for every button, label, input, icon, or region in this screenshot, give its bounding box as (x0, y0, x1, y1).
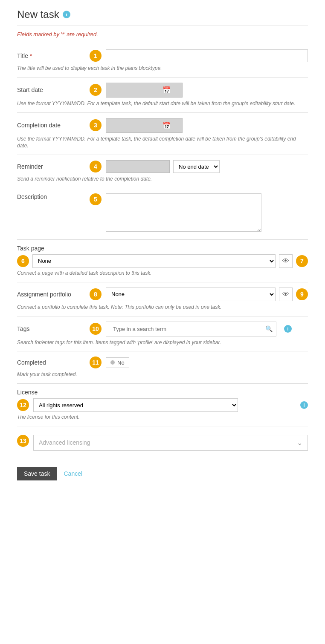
tags-search-wrapper: 🔍 (106, 322, 276, 336)
start-date-input[interactable] (109, 85, 160, 95)
assignment-portfolio-help: Connect a portfolio to complete this tas… (17, 304, 308, 311)
step-badge-9: 9 (296, 288, 308, 300)
tags-info-icon[interactable]: i (284, 325, 292, 333)
cancel-button[interactable]: Cancel (64, 470, 82, 477)
assignment-portfolio-section: Assignment portfolio 8 None 👁 9 Connect … (17, 282, 308, 316)
reminder-section: Reminder 4 No end date Send a reminder n… (17, 155, 308, 188)
step-badge-12: 12 (17, 399, 29, 411)
step-badge-7: 7 (296, 255, 308, 267)
task-page-section: Task page 6 None 👁 7 Connect a page with… (17, 240, 308, 282)
advanced-licensing-toggle[interactable]: Advanced licensing ⌄ (33, 435, 308, 451)
start-date-help: Use the format YYYY/MM/DD. For a templat… (17, 100, 308, 107)
task-page-label: Task page (17, 245, 308, 252)
completed-toggle-label: No (117, 359, 125, 366)
completion-date-section: Completion date 3 📅 Use the format YYYY/… (17, 113, 308, 155)
step-badge-10: 10 (90, 323, 102, 335)
reminder-input-box[interactable] (106, 160, 170, 173)
license-label: License (17, 389, 308, 396)
completion-date-row: Completion date 3 📅 (17, 118, 308, 133)
reminder-controls: No end date (106, 160, 220, 173)
step-badge-13: 13 (17, 435, 29, 447)
title-input[interactable] (106, 49, 308, 62)
completion-date-input[interactable] (109, 120, 160, 131)
description-label: Description (17, 193, 85, 200)
description-textarea[interactable] (106, 193, 261, 232)
license-help: The license for this content. (17, 414, 308, 421)
completed-section: Completed 11 No Mark your task completed… (17, 351, 308, 384)
step-badge-3: 3 (90, 119, 102, 131)
page-header: New task i (17, 9, 308, 20)
description-section: Description 5 (17, 188, 308, 240)
step-badge-6: 6 (17, 255, 29, 267)
start-date-section: Start date 2 📅 Use the format YYYY/MM/DD… (17, 78, 308, 113)
completion-date-label: Completion date (17, 122, 85, 129)
completed-label: Completed (17, 359, 85, 366)
reminder-help: Send a reminder notification relative to… (17, 175, 308, 183)
search-icon: 🔍 (265, 325, 273, 332)
title-row: Title * 1 (17, 49, 308, 62)
toggle-dot (110, 360, 115, 365)
tags-help: Search for/enter tags for this item. Ite… (17, 339, 308, 346)
completion-date-help: Use the format YYYY/MM/DD. For a templat… (17, 135, 308, 150)
assignment-portfolio-row: Assignment portfolio 8 None 👁 9 (17, 288, 308, 301)
reminder-label: Reminder (17, 163, 85, 170)
task-page-eye-button[interactable]: 👁 (279, 254, 293, 268)
license-section: License 12 All rights reserved Creative … (17, 384, 308, 426)
tags-search-input[interactable] (110, 324, 265, 334)
tags-label: Tags (17, 325, 85, 332)
step-badge-1: 1 (90, 50, 102, 62)
start-date-row: Start date 2 📅 (17, 83, 308, 98)
page-title: New task (17, 9, 59, 20)
advanced-licensing-row: 13 Advanced licensing ⌄ (17, 431, 308, 451)
completion-date-input-wrapper: 📅 (106, 118, 183, 133)
title-label: Title * (17, 52, 85, 59)
advanced-licensing-section: 13 Advanced licensing ⌄ (17, 426, 308, 458)
start-date-input-wrapper: 📅 (106, 83, 183, 98)
start-date-label: Start date (17, 86, 85, 93)
assignment-controls: None 👁 9 (106, 288, 308, 301)
chevron-down-icon: ⌄ (297, 439, 302, 447)
title-required-star: * (30, 52, 32, 59)
license-row: 12 All rights reserved Creative Commons … (17, 398, 308, 412)
advanced-licensing-label: Advanced licensing (39, 439, 90, 446)
step-badge-8: 8 (90, 288, 102, 300)
assignment-portfolio-label: Assignment portfolio (17, 291, 85, 298)
completed-toggle-button[interactable]: No (106, 357, 129, 368)
buttons-row: Save task Cancel (17, 467, 308, 480)
step-badge-11: 11 (90, 356, 102, 368)
task-page-help: Connect a page with a detailed task desc… (17, 270, 308, 277)
license-select[interactable]: All rights reserved Creative Commons Pub… (33, 398, 238, 412)
completion-date-calendar-icon[interactable]: 📅 (162, 121, 171, 129)
completed-help: Mark your task completed. (17, 371, 308, 378)
required-note: Fields marked by '*' are required. (17, 31, 308, 37)
task-page-row: 6 None 👁 7 (17, 254, 308, 268)
license-info-icon[interactable]: i (300, 401, 308, 409)
reminder-row: Reminder 4 No end date (17, 160, 308, 173)
step-badge-2: 2 (90, 84, 102, 96)
step-badge-4: 4 (90, 161, 102, 172)
tags-row: Tags 10 🔍 i (17, 322, 308, 336)
page-container: New task i Fields marked by '*' are requ… (0, 0, 325, 497)
completed-row: Completed 11 No (17, 356, 308, 368)
save-task-button[interactable]: Save task (17, 467, 57, 480)
assignment-portfolio-select[interactable]: None (106, 288, 276, 301)
tags-section: Tags 10 🔍 i Search for/enter tags for th… (17, 316, 308, 352)
title-help: The title will be used to display each t… (17, 65, 308, 72)
page-info-icon[interactable]: i (63, 11, 70, 18)
start-date-calendar-icon[interactable]: 📅 (162, 86, 171, 94)
task-page-select[interactable]: None (32, 254, 276, 268)
title-section: Title * 1 The title will be used to disp… (17, 44, 308, 78)
description-row: Description 5 (17, 193, 308, 232)
no-end-date-select[interactable]: No end date (173, 160, 220, 173)
step-badge-5: 5 (90, 193, 102, 205)
header-divider (17, 26, 308, 26)
assignment-portfolio-eye-button[interactable]: 👁 (279, 288, 293, 301)
